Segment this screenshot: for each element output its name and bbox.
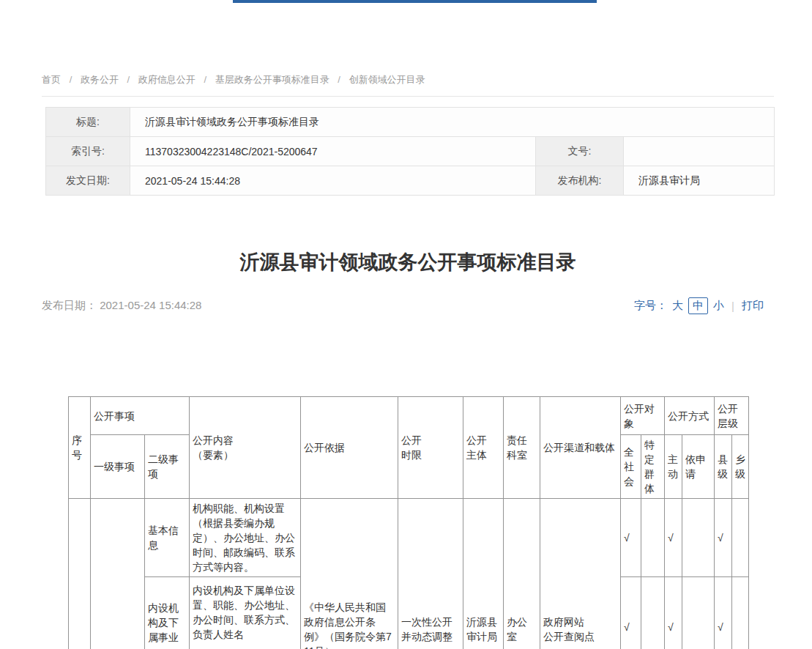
header-gongkai-shixian: 公开 时限 — [398, 397, 463, 499]
header-yiji-shixiang: 一级事项 — [91, 435, 145, 499]
breadcrumb-biaozhun-mulu[interactable]: 基层政务公开事项标准目录 — [215, 74, 329, 85]
page-content: 首页 / 政务公开 / 政府信息公开 / 基层政务公开事项标准目录 / 创新领域… — [42, 0, 774, 649]
cell-xiangji-check — [732, 499, 749, 577]
header-yishenqing: 依申请 — [682, 435, 715, 499]
controls-divider: | — [731, 300, 734, 312]
breadcrumb-separator: / — [204, 74, 206, 85]
cell-gongkai-neirong: 机构职能、机构设置（根据县委编办规定）、办公地址、办公时间、邮政编码、联系方式等… — [190, 499, 301, 577]
header-erji-shixiang: 二级事项 — [145, 435, 190, 499]
cell-zhudong-check: √ — [665, 577, 682, 649]
cell-xianji-check: √ — [715, 499, 732, 577]
cell-gongkai-zhuti: 沂源县审计局 — [463, 499, 504, 649]
meta-index-label: 索引号: — [46, 137, 130, 166]
font-print-controls: 字号： 大 中 小 | 打印 — [634, 297, 764, 314]
meta-docno-label: 文号: — [536, 137, 624, 166]
meta-date-value: 2021-05-24 15:44:28 — [130, 166, 536, 196]
cell-xiangji-check — [732, 577, 749, 649]
table-header-row-1: 序号 公开事项 公开内容 （要素） 公开依据 公开 时限 公开 主体 责任科室 … — [69, 397, 749, 435]
meta-docno-value — [624, 137, 775, 166]
meta-row-date: 发文日期: 2021-05-24 15:44:28 发布机构: 沂源县审计局 — [46, 166, 775, 196]
header-teding-qunti: 特定群体 — [641, 435, 665, 499]
cell-zeren-keshi: 办公室 — [504, 499, 540, 649]
breadcrumb-chuangxin-lingyu[interactable]: 创新领域公开目录 — [349, 74, 425, 85]
header-xuhao: 序号 — [69, 397, 91, 499]
header-xiangji: 乡级 — [732, 435, 749, 499]
publish-date-label: 发布日期： — [42, 299, 100, 311]
cell-zhudong-check: √ — [665, 499, 682, 577]
publish-date: 发布日期： 2021-05-24 15:44:28 — [42, 299, 201, 313]
cell-xuhao — [69, 499, 91, 649]
publish-date-value: 2021-05-24 15:44:28 — [100, 299, 201, 311]
meta-date-label: 发文日期: — [46, 166, 130, 196]
meta-org-value: 沂源县审计局 — [624, 166, 775, 196]
cell-teding-check — [641, 499, 665, 577]
breadcrumb-home[interactable]: 首页 — [42, 74, 61, 85]
font-size-label: 字号： — [634, 299, 667, 313]
meta-org-label: 发布机构: — [536, 166, 624, 196]
cell-yishenqing-check — [682, 499, 715, 577]
article-meta-bar: 发布日期： 2021-05-24 15:44:28 字号： 大 中 小 | 打印 — [42, 297, 774, 314]
cell-quanshehui-check: √ — [621, 577, 641, 649]
breadcrumb-separator: / — [127, 74, 130, 85]
header-gongkai-zhuti: 公开 主体 — [463, 397, 504, 499]
cell-gongkai-qudao: 政府网站 公开查阅点 — [540, 499, 621, 649]
cell-yiji-shixiang — [91, 499, 145, 649]
header-gongkai-yiju: 公开依据 — [301, 397, 398, 499]
header-gongkai-qudao: 公开渠道和载体 — [540, 397, 621, 499]
breadcrumb-xinxi-gongkai[interactable]: 政府信息公开 — [138, 74, 195, 85]
header-gongkai-duixiang: 公开对象 — [621, 397, 665, 435]
meta-row-index: 索引号: 11370323004223148C/2021-5200647 文号: — [46, 137, 775, 166]
font-size-small-button[interactable]: 小 — [713, 299, 724, 313]
cell-erji-shixiang: 内设机构及下属事业 — [145, 577, 190, 649]
cell-quanshehui-check: √ — [621, 499, 641, 577]
cell-gongkai-yiju: 《中华人民共和国政府信息公开条例》（国务院令第711号） — [301, 499, 398, 649]
header-zhudong: 主动 — [665, 435, 682, 499]
header-gongkai-cengji: 公开层级 — [715, 397, 749, 435]
cell-gongkai-neirong: 内设机构及下属单位设置、职能、办公地址、办公时间、联系方式、负责人姓名 — [190, 577, 301, 649]
font-size-large-button[interactable]: 大 — [672, 299, 683, 313]
header-xianji: 县级 — [715, 435, 732, 499]
cell-teding-check — [641, 577, 665, 649]
meta-title-label: 标题: — [46, 108, 130, 137]
page-title: 沂源县审计领域政务公开事项标准目录 — [42, 249, 774, 275]
header-quanshehui: 全社会 — [621, 435, 641, 499]
breadcrumb-zhengwu-gongkai[interactable]: 政务公开 — [81, 74, 119, 85]
header-zeren-keshi: 责任科室 — [504, 397, 540, 499]
table-row: 基本信息 机构职能、机构设置（根据县委编办规定）、办公地址、办公时间、邮政编码、… — [69, 499, 749, 577]
top-nav-bar-fragment — [233, 0, 597, 3]
header-gongkai-neirong: 公开内容 （要素） — [190, 397, 301, 499]
cell-yishenqing-check — [682, 577, 715, 649]
document-meta-table: 标题: 沂源县审计领域政务公开事项标准目录 索引号: 1137032300422… — [45, 107, 775, 196]
meta-index-value: 11370323004223148C/2021-5200647 — [130, 137, 536, 166]
header-gongkai-fangshi: 公开方式 — [665, 397, 715, 435]
header-gongkai-shixiang: 公开事项 — [91, 397, 190, 435]
breadcrumb: 首页 / 政务公开 / 政府信息公开 / 基层政务公开事项标准目录 / 创新领域… — [42, 0, 774, 97]
meta-title-value: 沂源县审计领域政务公开事项标准目录 — [130, 108, 775, 137]
font-size-medium-button[interactable]: 中 — [688, 297, 708, 314]
breadcrumb-separator: / — [338, 74, 340, 85]
print-button[interactable]: 打印 — [742, 299, 764, 313]
breadcrumb-separator: / — [70, 74, 72, 85]
catalog-table: 序号 公开事项 公开内容 （要素） 公开依据 公开 时限 公开 主体 责任科室 … — [68, 396, 749, 649]
cell-gongkai-shixian: 一次性公开并动态调整 — [398, 499, 463, 649]
cell-erji-shixiang: 基本信息 — [145, 499, 190, 577]
meta-row-title: 标题: 沂源县审计领域政务公开事项标准目录 — [46, 108, 775, 137]
cell-xianji-check: √ — [715, 577, 732, 649]
